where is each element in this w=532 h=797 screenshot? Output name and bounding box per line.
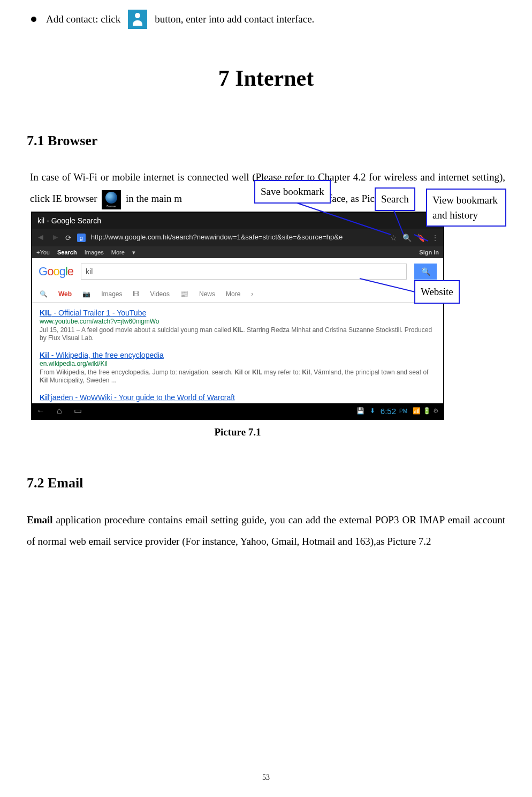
android-system-bar: ← ⌂ ▭ 💾 ⬇ 6:52PM 📶 🔋 ⚙	[32, 403, 443, 419]
add-contact-icon	[128, 10, 147, 29]
status-clock: 6:52PM	[381, 406, 407, 417]
gnav-more-chevron-icon[interactable]: ▾	[132, 249, 135, 256]
filter-web[interactable]: Web	[58, 290, 72, 299]
forward-icon[interactable]: ►	[51, 232, 60, 243]
filter-news-icon: 📰	[180, 290, 188, 299]
battery-icon: 🔋	[423, 407, 431, 416]
chevron-right-icon[interactable]: ›	[251, 290, 253, 299]
magnifier-icon: 🔍	[421, 267, 430, 276]
search-box[interactable]	[81, 264, 407, 280]
gnav-item[interactable]: +You	[36, 249, 50, 256]
result-desc: Jul 15, 2011 – A feel good movie about a…	[40, 326, 436, 343]
bookmarks-list-icon[interactable]: 🔖	[417, 233, 426, 243]
site-badge-icon: g	[77, 234, 86, 242]
reload-icon[interactable]: ⟳	[65, 233, 72, 243]
filter-images[interactable]: Images	[101, 290, 122, 299]
result-title[interactable]: Kil'jaeden - WoWWiki - Your guide to the…	[40, 393, 436, 402]
google-topnav: +You Search Images More ▾ Sign in	[32, 246, 443, 258]
url-text[interactable]: http://www.google.com.hk/search?newwindo…	[91, 233, 385, 242]
result-url[interactable]: en.wikipedia.org/wiki/Kil	[40, 360, 436, 369]
gnav-item[interactable]: More	[111, 249, 125, 256]
signin-link[interactable]: Sign in	[419, 249, 439, 256]
email-body: application procedure contains email set…	[27, 514, 505, 547]
download-icon: ⬇	[370, 407, 375, 416]
result-title[interactable]: Kil - Wikipedia, the free encyclopedia	[40, 350, 436, 360]
search-result: Kil'jaeden - WoWWiki - Your guide to the…	[32, 387, 443, 403]
back-soft-icon[interactable]: ←	[36, 405, 45, 417]
bookmark-star-icon[interactable]: ☆	[390, 233, 397, 243]
google-logo: Google	[39, 264, 73, 280]
browser-para-b: in the main m	[126, 193, 182, 204]
section-browser-heading: 7.1 Browser	[27, 129, 505, 154]
bullet-text-post: button, enter into add contact interface…	[155, 10, 314, 28]
callout-website: Website	[414, 280, 460, 304]
section-email-heading: 7.2 Email	[27, 471, 505, 496]
browser-window-title: kil - Google Search	[32, 213, 443, 229]
bullet-add-contact: Add contact: click button, enter into ad…	[31, 10, 505, 29]
address-bar: ◄ ► ⟳ g http://www.google.com.hk/search?…	[32, 229, 443, 246]
search-button[interactable]: 🔍	[414, 264, 437, 280]
picture-7-1: kil - Google Search ◄ ► ⟳ g http://www.g…	[31, 212, 444, 420]
settings-quick-icon: ⚙	[433, 407, 439, 416]
search-input[interactable]	[81, 267, 406, 276]
gnav-item[interactable]: Search	[57, 249, 77, 256]
result-url[interactable]: www.youtube.com/watch?v=jtw60nigmWo	[40, 318, 436, 326]
chapter-title: 7 Internet	[27, 58, 505, 99]
filter-videos[interactable]: Videos	[150, 290, 169, 299]
filter-news[interactable]: News	[199, 290, 215, 299]
bullet-dot-icon	[31, 17, 36, 22]
callout-view-bookmark: View bookmark and history	[426, 189, 506, 227]
email-strong: Email	[27, 514, 53, 525]
filter-videos-icon: 🎞	[133, 290, 139, 299]
recents-soft-icon[interactable]: ▭	[74, 405, 82, 417]
gnav-item[interactable]: Images	[85, 249, 104, 256]
callout-search: Search	[375, 187, 415, 211]
search-result: Kil - Wikipedia, the free encyclopedia e…	[32, 345, 443, 387]
result-title[interactable]: KIL - Official Trailer 1 - YouTube	[40, 308, 436, 318]
email-paragraph: Email application procedure contains ema…	[27, 509, 505, 552]
filter-more[interactable]: More	[226, 290, 240, 299]
wifi-icon: 📶	[413, 407, 421, 416]
result-desc: From Wikipedia, the free encyclopedia. J…	[40, 369, 436, 385]
figure-caption: Picture 7.1	[31, 423, 444, 441]
search-filters: 🔍 Web 📷 Images 🎞 Videos 📰 News More ›	[32, 285, 443, 303]
browser-app-icon	[102, 190, 121, 209]
home-soft-icon[interactable]: ⌂	[57, 405, 62, 417]
page-number: 53	[0, 771, 532, 784]
search-result: KIL - Official Trailer 1 - YouTube www.y…	[32, 303, 443, 345]
bullet-text-pre: Add contact: click	[46, 10, 120, 28]
callout-save-bookmark: Save bookmark	[254, 180, 331, 204]
back-icon[interactable]: ◄	[36, 232, 45, 243]
menu-dots-icon[interactable]: ⋮	[431, 233, 439, 243]
filter-web-icon: 🔍	[40, 290, 48, 299]
google-search-row: Google 🔍	[32, 258, 443, 285]
filter-images-icon: 📷	[82, 290, 90, 299]
sd-card-icon: 💾	[356, 407, 364, 416]
search-icon[interactable]: 🔍	[402, 233, 412, 243]
